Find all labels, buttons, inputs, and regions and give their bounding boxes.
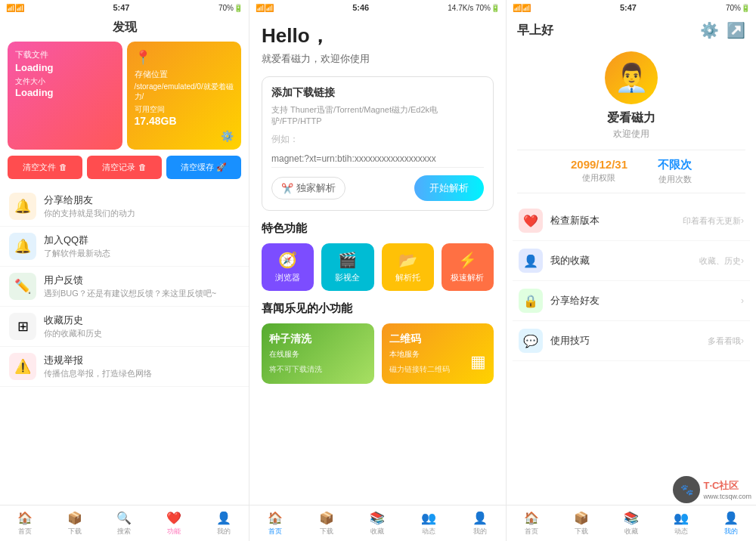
time-3: 5:47	[620, 3, 637, 12]
nav-search-1[interactable]: 🔍 搜索	[100, 505, 150, 541]
history-title: 收藏历史	[44, 314, 102, 327]
feature-parse-托[interactable]: 📂 解析托	[382, 243, 434, 291]
watermark: 🐾 T·C社区 www.tcsqw.com	[673, 476, 751, 503]
menu-item-qq[interactable]: 🔔 加入QQ群 了解软件最新动态	[0, 227, 249, 267]
parse-button[interactable]: 开始解析	[414, 175, 484, 201]
nav-search-label-1: 搜索	[117, 527, 131, 536]
share-title: 分享给朋友	[44, 193, 135, 207]
history-sub: 你的收藏和历史	[44, 328, 102, 339]
nav-download-2[interactable]: 📦 下载	[301, 505, 352, 541]
clear-files-button[interactable]: 清空文件 🗑	[8, 156, 82, 179]
nav-home-1[interactable]: 🏠 首页	[0, 505, 50, 541]
user-name: 爱看磁力	[607, 110, 655, 126]
nav-dynamic-label-2: 动态	[422, 527, 435, 536]
status-bar-2: 📶📶 5:46 14.7K/s 70%🔋	[249, 0, 506, 15]
nav-feature-label-1: 功能	[167, 527, 181, 536]
gear-icon-card[interactable]: ⚙️	[135, 130, 234, 142]
nav-profile-label-2: 我的	[473, 527, 487, 536]
nav-profile-3[interactable]: 👤 我的	[706, 505, 756, 541]
feature-video[interactable]: 🎬 影视全	[321, 243, 373, 291]
stat-expire: 2099/12/31 使用权限	[571, 158, 627, 185]
qr-title: 二维码	[389, 332, 487, 346]
profile-icon-3: 👤	[723, 511, 739, 525]
nav-dynamic-2[interactable]: 👥 动态	[403, 505, 454, 541]
link-actions: ✂️ 独家解析 开始解析	[271, 175, 484, 201]
collect-icon-2: 📚	[370, 511, 385, 525]
parse-托-label: 解析托	[395, 272, 420, 283]
feature-browser[interactable]: 🧭 浏览器	[262, 243, 314, 291]
tips-label: 使用技巧	[550, 334, 590, 348]
browser-icon: 🧭	[278, 251, 297, 269]
usage-label: 使用次数	[658, 174, 692, 185]
menu-item-report[interactable]: ⚠️ 违规举报 传播信息举报，打造绿色网络	[0, 347, 249, 387]
menu-item-feedback[interactable]: ✏️ 用户反馈 遇到BUG？还是有建议想反馈？来这里反馈吧~	[0, 267, 249, 307]
qr-code-card[interactable]: 二维码 本地服务 磁力链接转二维码 ▦	[382, 323, 494, 384]
history-icon: ⊞	[9, 313, 36, 340]
seed-wash-card[interactable]: 种子清洗 在线服务 将不可下载清洗	[262, 323, 374, 384]
share-friend-icon: 🔒	[519, 289, 543, 313]
nav-collect-label-3: 收藏	[624, 527, 638, 536]
nav-download-label-2: 下载	[320, 527, 333, 536]
seed-desc: 将不可下载清洗	[269, 364, 367, 375]
clear-cache-button[interactable]: 清空缓存 🚀	[166, 156, 241, 179]
report-title: 违规举报	[44, 354, 152, 367]
nav-download-1[interactable]: 📦 下载	[50, 505, 100, 541]
exclusive-btn[interactable]: ✂️ 独家解析	[271, 177, 345, 199]
qr-desc: 磁力链接转二维码	[389, 364, 487, 375]
video-icon: 🎬	[338, 251, 357, 269]
battery-1: 70%🔋	[218, 4, 243, 12]
avatar[interactable]: 👨‍💼	[605, 51, 658, 104]
wm-avatar: 🐾	[673, 476, 700, 503]
avail-space-value: 17.48GB	[135, 115, 234, 127]
menu-my-collection[interactable]: 👤 我的收藏 收藏、历史 ›	[513, 241, 750, 281]
menu-share-friend[interactable]: 🔒 分享给好友 ›	[513, 281, 750, 321]
p3-stats: 2099/12/31 使用权限 不限次 使用次数	[517, 150, 745, 193]
feature-fast-parse[interactable]: ⚡ 极速解析	[442, 243, 494, 291]
panel-profile: 📶📶 5:47 70%🔋 早上好 ⚙️ ↗️ 👨‍💼 爱看磁力 欢迎使用 209…	[507, 0, 756, 541]
share-friend-chevron: ›	[741, 295, 744, 306]
menu-tips[interactable]: 💬 使用技巧 多看看哦 ›	[513, 321, 750, 361]
nav-profile-1[interactable]: 👤 我的	[199, 505, 249, 541]
feature-icon-1: ❤️	[166, 511, 181, 525]
check-update-icon: ❤️	[519, 209, 543, 233]
nav-dynamic-3[interactable]: 👥 动态	[656, 505, 706, 541]
nav-profile-2[interactable]: 👤 我的	[454, 505, 506, 541]
nav-collect-3[interactable]: 📚 收藏	[606, 505, 656, 541]
logout-icon[interactable]: ↗️	[727, 21, 745, 39]
collection-label: 我的收藏	[550, 254, 590, 267]
nav-home-label-3: 首页	[525, 527, 538, 536]
collection-hint: 收藏、历史	[699, 255, 741, 267]
battery-3: 70%🔋	[726, 4, 750, 12]
qq-icon: 🔔	[9, 233, 36, 260]
nav-collect-2[interactable]: 📚 收藏	[352, 505, 404, 541]
greeting-text: 早上好	[517, 23, 553, 39]
menu-check-update[interactable]: ❤️ 检查新版本 印着看有无更新 ›	[513, 201, 750, 241]
support-text: 支持 Thuner迅雷/Torrent/Magnet磁力/Ed2k电驴/FTP/…	[271, 104, 484, 127]
nav-home-2[interactable]: 🏠 首页	[249, 505, 301, 541]
nav-profile-label-1: 我的	[217, 527, 231, 536]
nav-feature-1[interactable]: ❤️ 功能	[149, 505, 199, 541]
nav-home-3[interactable]: 🏠 首页	[507, 505, 556, 541]
panel1-title: 发现	[0, 15, 249, 42]
menu-item-history[interactable]: ⊞ 收藏历史 你的收藏和历史	[0, 307, 249, 347]
status-bar-3: 📶📶 5:47 70%🔋	[507, 0, 756, 15]
avatar-section: 👨‍💼 爱看磁力 欢迎使用	[507, 44, 756, 150]
nav-download-3[interactable]: 📦 下载	[556, 505, 606, 541]
parse-托-icon: 📂	[398, 251, 417, 269]
avail-space-label: 可用空间	[135, 104, 234, 115]
report-sub: 传播信息举报，打造绿色网络	[44, 368, 152, 379]
seed-title: 种子清洗	[269, 332, 367, 346]
seed-sub: 在线服务	[269, 349, 367, 360]
file-size-label: 文件大小	[15, 76, 115, 87]
expire-label: 使用权限	[571, 172, 627, 184]
download-icon-1: 📦	[67, 511, 82, 525]
settings-icon[interactable]: ⚙️	[700, 21, 719, 39]
menu-item-share[interactable]: 🔔 分享给朋友 你的支持就是我们的动力	[0, 187, 249, 227]
download-file-value: Loading	[15, 62, 115, 73]
magnet-input[interactable]	[271, 150, 484, 168]
clear-records-button[interactable]: 清空记录 🗑	[87, 156, 162, 179]
download-icon-2: 📦	[319, 511, 334, 525]
fast-parse-icon: ⚡	[458, 251, 477, 269]
collect-icon-3: 📚	[624, 511, 639, 525]
p3-menu-list: ❤️ 检查新版本 印着看有无更新 › 👤 我的收藏 收藏、历史 › 🔒 分享给好…	[507, 201, 756, 361]
